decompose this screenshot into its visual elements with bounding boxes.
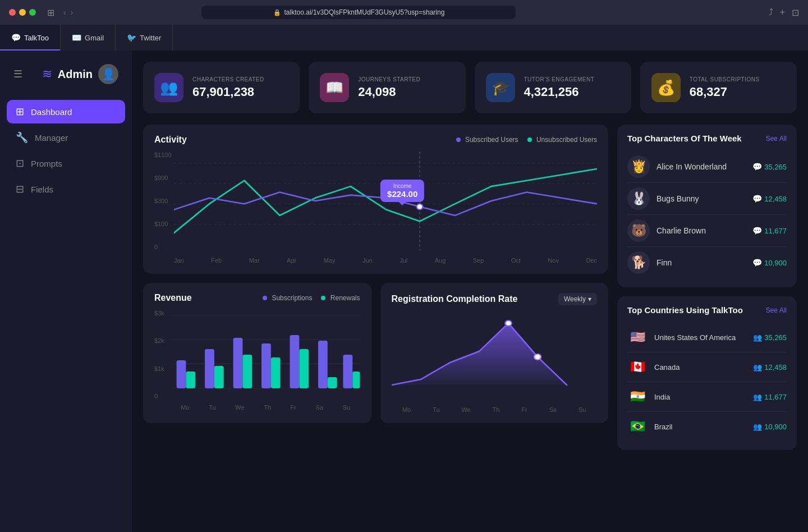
sidebar-header: ☰ ≋ Admin 👤	[7, 59, 125, 89]
legend-renewals: Renewals	[321, 294, 360, 302]
share-icon[interactable]: ⤴	[769, 7, 773, 18]
close-button[interactable]	[9, 9, 16, 16]
bugs-name: Bugs Bunny	[656, 194, 746, 203]
characters-info: CHARACTERS CREATED 67,901,238	[192, 76, 264, 99]
right-panel: Top Characters Of The Week See All 👸 Ali…	[617, 125, 797, 450]
usa-user-icon: 👥	[753, 333, 762, 342]
country-item-usa: 🇺🇸 Unites States Of America 👥 35,265	[627, 323, 787, 352]
tutor-label: TUTOR'S ENGAGEMENT	[524, 76, 595, 82]
revenue-bars	[171, 310, 360, 400]
alice-avatar: 👸	[627, 155, 650, 178]
sidebar-icon[interactable]: ⊡	[792, 7, 799, 18]
stat-card-tutor: 🎓 TUTOR'S ENGAGEMENT 4,321,256	[475, 62, 631, 113]
svg-rect-23	[352, 372, 360, 388]
svg-rect-17	[271, 357, 281, 388]
revenue-y-labels: $3k $2k $1k 0	[154, 310, 164, 400]
tab-twitter-label: Twitter	[140, 34, 161, 42]
usa-flag: 🇺🇸	[627, 327, 648, 347]
finn-chat-icon: 💬	[752, 258, 762, 267]
bugs-avatar: 🐰	[627, 187, 650, 210]
sidebar-item-fields[interactable]: ⊟ Fields	[7, 177, 125, 201]
countries-see-all[interactable]: See All	[766, 306, 787, 314]
finn-avatar: 🐕	[627, 251, 650, 274]
manager-icon: 🔧	[16, 131, 28, 144]
new-tab-icon[interactable]: +	[780, 7, 785, 18]
characters-see-all[interactable]: See All	[766, 135, 787, 143]
character-item-finn: 🐕 Finn 💬 10,900	[627, 247, 787, 278]
charlie-name: Charlie Brown	[656, 226, 746, 235]
top-characters-header: Top Characters Of The Week See All	[627, 134, 787, 143]
revenue-chart-header: Revenue Subscriptions Renewals	[154, 293, 360, 303]
svg-rect-14	[233, 338, 243, 388]
registration-chart-card: Registration Completion Rate Weekly ▾	[380, 283, 609, 423]
svg-rect-10	[177, 360, 186, 388]
chat-icon: 💬	[752, 162, 762, 171]
tutor-value: 4,321,256	[524, 85, 595, 99]
svg-point-26	[534, 354, 541, 360]
top-characters-card: Top Characters Of The Week See All 👸 Ali…	[617, 125, 797, 287]
app: ☰ ≋ Admin 👤 ⊞ Dashboard 🔧 Manager ⊡ Prom…	[0, 51, 808, 532]
tab-twitter[interactable]: 🐦 Twitter	[116, 25, 173, 51]
nav-arrows: ‹ ›	[63, 8, 73, 17]
tutor-info: TUTOR'S ENGAGEMENT 4,321,256	[524, 76, 595, 99]
sidebar-toggle-icon[interactable]: ⊞	[47, 7, 54, 18]
sidebar-item-manager[interactable]: 🔧 Manager	[7, 126, 125, 149]
subscriptions-info: TOTAL SUBSCRIPTIONS 68,327	[690, 76, 760, 99]
characters-list: 👸 Alice In Wonderland 💬 35,265 🐰 Bugs Bu…	[627, 151, 787, 278]
url-bar[interactable]: 🔒 talktoo.ai/1v3DQlsFPkntMUdF3GUsyU5?usp…	[201, 6, 516, 19]
stat-card-subscriptions: 💰 TOTAL SUBSCRIPTIONS 68,327	[640, 62, 797, 113]
tab-talktoo[interactable]: 💬 TalkToo	[0, 25, 61, 51]
svg-rect-19	[299, 349, 309, 388]
fields-icon: ⊟	[16, 183, 24, 195]
reg-svg	[392, 312, 598, 402]
finn-name: Finn	[656, 258, 746, 267]
avatar[interactable]: 👤	[98, 64, 118, 84]
tutor-icon: 🎓	[486, 73, 515, 102]
forward-icon[interactable]: ›	[71, 8, 74, 17]
activity-chart-title: Activity	[154, 135, 187, 145]
brazil-user-icon: 👥	[753, 423, 762, 431]
top-countries-header: Top Countries Using TalkToo See All	[627, 305, 787, 315]
maximize-button[interactable]	[29, 9, 36, 16]
sidebar-item-label-prompts: Prompts	[31, 159, 62, 168]
tab-gmail[interactable]: ✉️ Gmail	[61, 25, 116, 51]
menu-icon[interactable]: ☰	[13, 68, 22, 80]
alice-name: Alice In Wonderland	[656, 162, 746, 171]
url-text: talktoo.ai/1v3DQlsFPkntMUdF3GUsyU5?usp=s…	[284, 8, 445, 16]
character-item-charlie: 🐻 Charlie Brown 💬 11,677	[627, 215, 787, 247]
canada-user-icon: 👥	[753, 363, 762, 372]
traffic-lights	[9, 9, 36, 16]
finn-count: 💬 10,900	[752, 258, 787, 267]
main-content: 👥 CHARACTERS CREATED 67,901,238 📖 JOURNE…	[132, 51, 808, 532]
activity-chart-legend: Subscribed Users Unsubscribed Users	[456, 136, 597, 144]
journeys-icon: 📖	[320, 73, 349, 102]
revenue-chart-area: $3k $2k $1k 0	[154, 310, 360, 411]
canada-flag: 🇨🇦	[627, 357, 648, 377]
sidebar-item-dashboard[interactable]: ⊞ Dashboard	[7, 100, 125, 123]
legend-green-dot	[527, 137, 532, 142]
back-icon[interactable]: ‹	[63, 8, 66, 17]
legend-subscribed: Subscribed Users	[456, 136, 518, 144]
browser-chrome: ⊞ ‹ › 🔒 talktoo.ai/1v3DQlsFPkntMUdF3GUsy…	[0, 0, 808, 51]
svg-rect-11	[186, 372, 195, 388]
sidebar-item-prompts[interactable]: ⊡ Prompts	[7, 152, 125, 175]
svg-point-25	[505, 320, 512, 326]
registration-chart-title: Registration Completion Rate	[392, 294, 518, 304]
legend-blue-dot	[456, 137, 461, 142]
minimize-button[interactable]	[19, 9, 26, 16]
svg-rect-15	[242, 355, 252, 388]
brazil-name: Brazil	[654, 423, 746, 431]
subscriptions-value: 68,327	[690, 85, 760, 99]
stat-card-journeys: 📖 JOURNEYS STARTED 24,098	[309, 62, 465, 113]
sidebar-title: Admin	[58, 68, 93, 81]
dashboard-icon: ⊞	[16, 106, 24, 118]
svg-rect-16	[261, 343, 271, 388]
svg-rect-22	[343, 355, 352, 388]
reg-x-labels: Mo Tu We Th Fr Sa Su	[392, 406, 598, 413]
weekly-dropdown[interactable]: Weekly ▾	[558, 293, 597, 305]
stats-row: 👥 CHARACTERS CREATED 67,901,238 📖 JOURNE…	[143, 62, 797, 113]
india-flag: 🇮🇳	[627, 387, 648, 407]
stat-card-characters: 👥 CHARACTERS CREATED 67,901,238	[143, 62, 300, 113]
gmail-favicon: ✉️	[72, 33, 81, 42]
sidebar: ☰ ≋ Admin 👤 ⊞ Dashboard 🔧 Manager ⊡ Prom…	[0, 51, 132, 532]
